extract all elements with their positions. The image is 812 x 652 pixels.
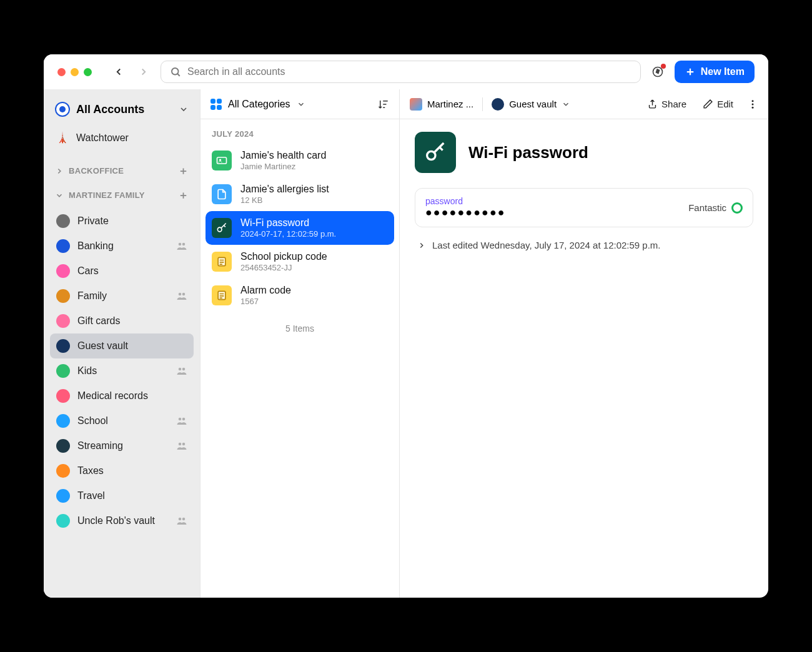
window-controls [57, 68, 92, 76]
minimize-window-icon[interactable] [71, 68, 79, 76]
vault-name: Banking [77, 240, 169, 252]
vault-name: School [77, 415, 169, 427]
last-edited-row[interactable]: Last edited Wednesday, July 17, 2024 at … [415, 240, 753, 250]
vault-name: Taxes [77, 465, 187, 477]
item-title: Wi-Fi password [240, 217, 336, 229]
svg-point-4 [179, 293, 182, 296]
new-item-button[interactable]: New Item [675, 61, 755, 83]
password-strength: Fantastic [688, 202, 743, 214]
svg-point-3 [182, 243, 186, 246]
section-backoffice[interactable]: BACKOFFICE ＋ [50, 159, 194, 183]
category-selector[interactable]: All Categories [228, 99, 290, 110]
vault-name: Kids [77, 365, 169, 377]
edit-button[interactable]: Edit [703, 99, 733, 109]
list-item[interactable]: Jamie's health card Jamie Martinez [205, 144, 394, 177]
nav-forward-button[interactable] [136, 64, 152, 80]
search-field[interactable] [161, 61, 641, 83]
vault-banking[interactable]: Banking [50, 234, 194, 259]
svg-point-21 [752, 106, 754, 108]
vault-streaming[interactable]: Streaming [50, 433, 194, 458]
detail-body: Wi-Fi password password ●●●●●●●●●● Fanta… [400, 119, 768, 263]
vault-name: Cars [77, 265, 187, 277]
vault-kids[interactable]: Kids [50, 358, 194, 383]
breadcrumb-vault-label: Guest vault [509, 99, 557, 109]
svg-point-16 [217, 227, 222, 232]
account-selector[interactable]: All Accounts [50, 98, 194, 121]
item-title: Jamie's health card [240, 150, 326, 161]
svg-point-12 [179, 518, 182, 521]
vault-icon [56, 264, 70, 278]
vault-name: Medical records [77, 390, 187, 402]
vault-name: Gift cards [77, 315, 187, 327]
vault-cars[interactable]: Cars [50, 259, 194, 284]
add-vault-backoffice[interactable]: ＋ [178, 164, 189, 178]
svg-point-15 [219, 159, 221, 161]
vault-icon [56, 414, 70, 428]
key-icon [212, 218, 232, 238]
list-item[interactable]: Wi-Fi password 2024-07-17, 12:02:59 p.m. [205, 211, 394, 245]
vault-private[interactable]: Private [50, 209, 194, 234]
svg-point-11 [182, 443, 186, 446]
item-icon [415, 132, 456, 173]
vault-travel[interactable]: Travel [50, 483, 194, 508]
more-button[interactable] [747, 99, 758, 110]
section-martinez[interactable]: MARTINEZ FAMILY ＋ [50, 183, 194, 207]
breadcrumb-vault[interactable]: Guest vault [492, 98, 570, 111]
strength-ring-icon [731, 202, 743, 214]
arrow-left-icon [113, 66, 124, 77]
vault-guest-vault[interactable]: Guest vault [50, 333, 194, 358]
vault-medical-records[interactable]: Medical records [50, 383, 194, 408]
chevron-right-icon [55, 167, 64, 175]
app-logo-icon [55, 102, 70, 117]
shared-icon [176, 515, 187, 526]
items-container: Jamie's health card Jamie Martinez Jamie… [201, 144, 399, 312]
shared-icon [176, 240, 187, 252]
watchtower-link[interactable]: 🗼 Watchtower [50, 127, 194, 149]
item-count: 5 Items [201, 312, 399, 345]
search-input[interactable] [187, 66, 631, 77]
vault-taxes[interactable]: Taxes [50, 458, 194, 483]
list-item[interactable]: Jamie's allergies list 12 KB [205, 177, 394, 211]
vault-icon [56, 389, 70, 403]
arrow-right-icon [138, 66, 149, 77]
item-subtitle: 2024-07-17, 12:02:59 p.m. [240, 229, 336, 239]
notifications-button[interactable] [650, 64, 666, 80]
password-field[interactable]: password ●●●●●●●●●● Fantastic [415, 188, 753, 227]
nav-back-button[interactable] [111, 64, 127, 80]
plus-icon [685, 66, 696, 77]
vault-icon [56, 364, 70, 378]
breadcrumb-account[interactable]: Martinez ... [410, 98, 473, 111]
title-bar: New Item [44, 54, 768, 89]
vault-uncle-rob-s-vault[interactable]: Uncle Rob's vault [50, 508, 194, 533]
svg-point-8 [179, 418, 182, 421]
close-window-icon[interactable] [57, 68, 66, 76]
sort-icon[interactable] [378, 99, 389, 110]
account-label: All Accounts [76, 103, 172, 116]
vault-icon [56, 489, 70, 503]
vault-school[interactable]: School [50, 408, 194, 433]
vault-icon [56, 439, 70, 453]
list-item[interactable]: Alarm code 1567 [205, 279, 394, 312]
list-header: All Categories [201, 89, 399, 119]
svg-point-22 [427, 151, 435, 159]
strength-label: Fantastic [688, 202, 726, 213]
maximize-window-icon[interactable] [84, 68, 92, 76]
add-vault-martinez[interactable]: ＋ [178, 188, 189, 202]
list-item[interactable]: School pickup code 254653452-JJ [205, 245, 394, 279]
vault-icon [56, 214, 70, 228]
item-title: Alarm code [240, 285, 291, 296]
detail-pane: Martinez ... Guest vault Share Edit [400, 89, 768, 598]
vault-name: Streaming [77, 440, 169, 452]
categories-icon [210, 99, 222, 110]
shared-icon [176, 415, 187, 427]
chevron-down-icon [55, 191, 64, 200]
item-title: Wi-Fi password [468, 143, 588, 162]
vault-family[interactable]: Family [50, 284, 194, 309]
pencil-icon [703, 99, 713, 109]
share-button[interactable]: Share [647, 99, 686, 109]
svg-point-9 [182, 418, 186, 421]
item-subtitle: Jamie Martinez [240, 162, 326, 171]
svg-point-20 [752, 103, 754, 105]
vault-gift-cards[interactable]: Gift cards [50, 309, 194, 333]
item-header: Wi-Fi password [415, 132, 753, 173]
